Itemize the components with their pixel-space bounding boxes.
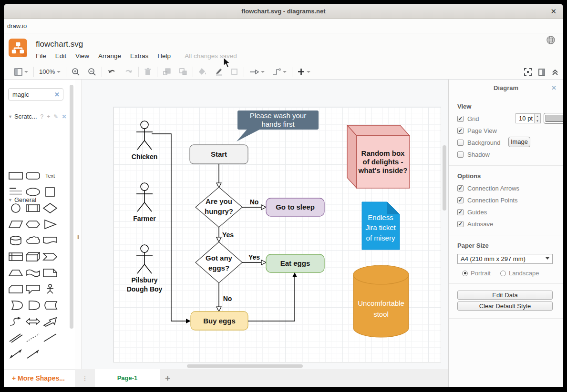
shape-note[interactable] [42, 267, 58, 278]
shape-text[interactable]: Text [42, 170, 58, 181]
scratchpad-close-icon[interactable]: ✕ [62, 113, 66, 120]
clear-default-style-button[interactable]: Clear Default Style [457, 302, 553, 311]
menu-extras[interactable]: Extras [130, 52, 148, 60]
autosave-checkbox[interactable]: ✓ [457, 221, 464, 227]
node-eggs-question[interactable] [196, 242, 242, 283]
shape-card[interactable] [8, 283, 24, 294]
node-eggs-line1[interactable]: Got any [206, 254, 232, 262]
language-globe-icon[interactable] [546, 35, 556, 45]
undo-button[interactable] [103, 68, 120, 76]
delete-button[interactable] [140, 68, 155, 76]
shape-parallelogram[interactable] [8, 219, 24, 230]
shape-circle[interactable] [8, 202, 24, 213]
shape-diamond[interactable] [42, 202, 58, 213]
actor-pilsbury-label[interactable]: Pilsbury [131, 276, 157, 284]
node-eat-label[interactable]: Eat eggs [280, 259, 310, 267]
line-color-button[interactable] [211, 68, 227, 76]
panel-close-icon[interactable]: ✕ [551, 84, 557, 91]
shape-dashed-line[interactable] [25, 332, 41, 343]
sidebar-splitter[interactable]: ‖ [75, 80, 82, 369]
node-buy-label[interactable]: Buy eggs [203, 317, 236, 325]
insert-button[interactable] [294, 68, 314, 75]
menu-arrange[interactable]: Arrange [98, 52, 121, 60]
edit-data-button[interactable]: Edit Data [457, 291, 553, 300]
shape-link[interactable] [8, 332, 24, 343]
shape-rectangle[interactable] [8, 170, 24, 181]
shape-callout[interactable] [25, 283, 41, 294]
actor-farmer-label[interactable]: Farmer [133, 215, 156, 222]
shape-and[interactable] [25, 300, 41, 311]
redo-button[interactable] [120, 68, 137, 76]
box3d-line2[interactable]: of delights - [363, 158, 403, 166]
search-clear-icon[interactable]: ✕ [54, 91, 60, 98]
callout-wash-hands[interactable]: Please wash your hands first [237, 111, 319, 141]
actor-chicken-label[interactable]: Chicken [132, 153, 157, 161]
shape-ellipse[interactable] [25, 186, 41, 197]
connection-arrows-checkbox[interactable]: ✓ [457, 185, 464, 191]
connection-points-checkbox[interactable]: ✓ [457, 197, 464, 203]
canvas-vertical-scrollbar[interactable] [443, 145, 446, 211]
shape-document[interactable] [42, 235, 58, 246]
to-front-button[interactable] [159, 68, 175, 76]
edge-label-no2[interactable]: No [223, 295, 232, 302]
box3d-line3[interactable]: what's inside? [358, 166, 408, 174]
shape-search-input[interactable] [12, 91, 53, 98]
node-hungry-line2[interactable]: hungry? [205, 207, 233, 215]
landscape-radio[interactable] [500, 271, 506, 276]
grid-checkbox[interactable]: ✓ [457, 116, 464, 122]
zoom-in-button[interactable] [68, 68, 84, 76]
scratchpad-help-icon[interactable]: ? [41, 113, 44, 120]
actor-pilsbury-label2[interactable]: Dough Boy [127, 285, 163, 293]
actor-farmer[interactable] [136, 183, 153, 211]
menu-file[interactable]: File [36, 52, 46, 60]
tab-diagram[interactable]: Diagram [494, 84, 518, 91]
shape-process[interactable] [25, 202, 41, 213]
box3d-line1[interactable]: Random box [361, 149, 405, 157]
edge-label-yes2[interactable]: Yes [248, 253, 260, 261]
shape-arrow[interactable] [42, 316, 58, 327]
page-tab-1[interactable]: Page-1 [95, 369, 160, 387]
edge-label-no1[interactable]: No [250, 198, 259, 206]
shape-bidirectional-arrow[interactable] [25, 316, 41, 327]
shape-internal-storage[interactable] [8, 251, 24, 262]
more-shapes-button[interactable]: + More Shapes... [12, 374, 65, 382]
shape-square[interactable] [42, 186, 58, 197]
shadow-button[interactable] [227, 68, 242, 76]
shape-bidirectional-connector[interactable] [8, 348, 24, 359]
shape-cube[interactable] [25, 251, 41, 262]
zoom-out-button[interactable] [84, 68, 100, 76]
shape-rounded-rectangle[interactable] [25, 170, 41, 181]
fill-color-button[interactable] [195, 68, 211, 76]
node-eggs-line2[interactable]: eggs? [208, 264, 229, 272]
scratchpad-add-icon[interactable]: + [47, 113, 50, 120]
shadow-checkbox[interactable] [457, 151, 464, 158]
shape-or[interactable] [8, 300, 24, 311]
shape-cylinder[interactable] [8, 235, 24, 246]
shape-step[interactable] [42, 251, 58, 262]
paper-size-select[interactable]: A4 (210 mm x 297 mm) [457, 254, 553, 264]
shape-triangle[interactable] [42, 219, 58, 230]
shape-line[interactable] [42, 332, 58, 343]
zoom-dropdown[interactable]: 100% [35, 68, 64, 75]
shape-trapezoid[interactable] [8, 267, 24, 278]
image-button[interactable]: Image [508, 137, 530, 147]
edge-label-yes1[interactable]: Yes [222, 231, 234, 239]
shape-curve[interactable] [8, 316, 24, 327]
edge-buy-eat[interactable] [248, 276, 295, 321]
portrait-radio[interactable] [462, 271, 468, 276]
diagram-canvas[interactable]: Chicken Farmer Pilsbury Dough Boy Please… [82, 80, 448, 369]
grid-color-swatch[interactable] [544, 113, 563, 124]
menu-view[interactable]: View [75, 52, 89, 60]
shape-directional-connector[interactable] [25, 348, 41, 359]
actor-chicken[interactable] [136, 121, 153, 150]
node-hungry-line1[interactable]: Are you [206, 197, 232, 205]
app-menu-drawio[interactable]: draw.io [7, 22, 27, 30]
to-back-button[interactable] [175, 68, 191, 76]
shape-actor[interactable] [42, 283, 58, 294]
scratchpad-header[interactable]: ▼ Scratc... ? + ✎ ✕ [8, 113, 71, 120]
collapse-toolbar-icon[interactable] [552, 69, 558, 75]
splitter-grip[interactable]: ‖ [77, 235, 80, 240]
connection-arrow-style-button[interactable] [246, 69, 268, 75]
page-view-checkbox[interactable]: ✓ [457, 128, 464, 134]
menu-edit[interactable]: Edit [55, 52, 66, 60]
